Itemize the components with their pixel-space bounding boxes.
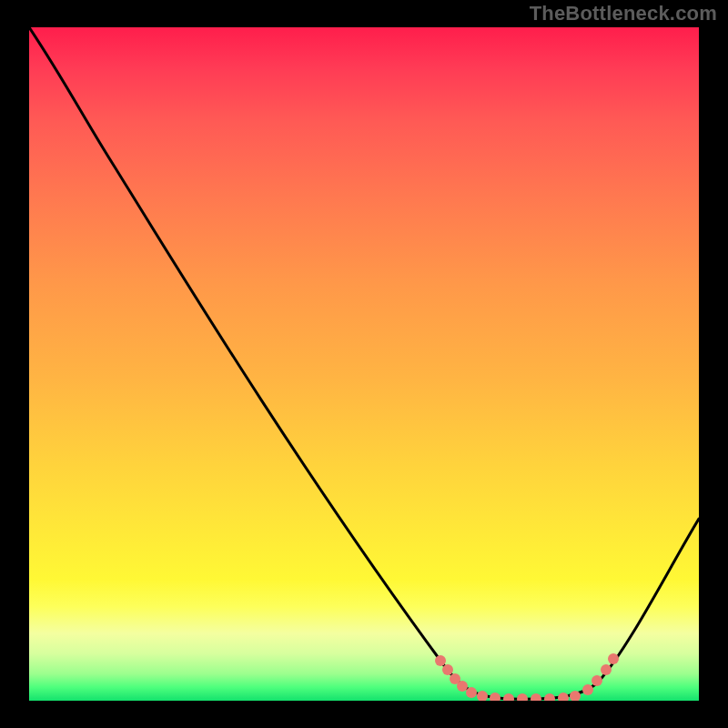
svg-point-1 <box>442 664 453 675</box>
valley-dots <box>435 653 619 701</box>
svg-point-8 <box>517 693 528 701</box>
svg-point-11 <box>558 693 569 701</box>
svg-point-5 <box>477 691 488 701</box>
svg-point-9 <box>531 693 541 701</box>
svg-point-7 <box>503 693 514 701</box>
watermark-text: TheBottleneck.com <box>530 2 717 25</box>
bottleneck-curve <box>29 27 699 701</box>
svg-point-3 <box>457 681 468 692</box>
svg-point-6 <box>490 693 500 701</box>
curve-path <box>29 27 699 699</box>
plot-area <box>29 27 699 701</box>
svg-point-16 <box>608 653 619 664</box>
svg-point-14 <box>592 675 602 686</box>
chart-frame: TheBottleneck.com <box>0 0 728 728</box>
svg-point-10 <box>544 693 555 701</box>
svg-point-15 <box>601 664 612 675</box>
svg-point-4 <box>466 687 477 698</box>
svg-point-0 <box>435 655 446 666</box>
svg-point-13 <box>582 684 593 695</box>
